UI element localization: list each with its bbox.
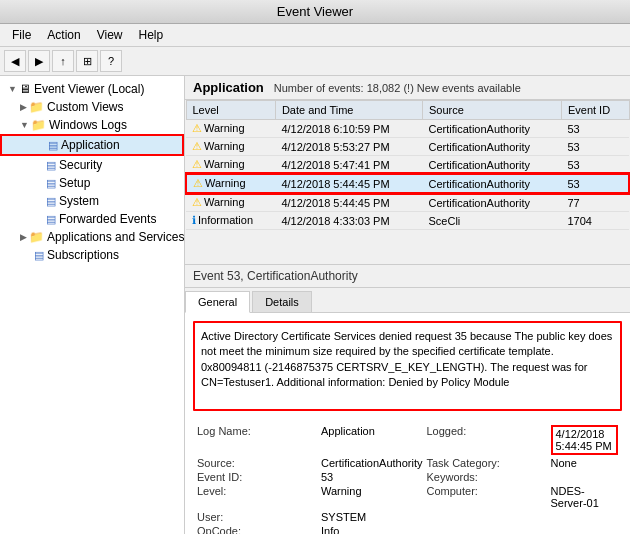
cell-source: CertificationAuthority bbox=[423, 156, 562, 175]
col-source: Source bbox=[423, 101, 562, 120]
events-table-container: Level Date and Time Source Event ID ⚠War… bbox=[185, 100, 630, 265]
meta-computer-value: NDES-Server-01 bbox=[551, 485, 619, 509]
content-header: Application Number of events: 18,082 (!)… bbox=[185, 76, 630, 100]
events-table: Level Date and Time Source Event ID ⚠War… bbox=[185, 100, 630, 230]
event-details-header: Event 53, CertificationAuthority bbox=[185, 265, 630, 288]
computer-icon: 🖥 bbox=[19, 82, 31, 96]
tab-details[interactable]: Details bbox=[252, 291, 312, 312]
cell-level: ⚠Warning bbox=[186, 156, 275, 175]
sidebar-item-event-viewer-local[interactable]: ▼ 🖥 Event Viewer (Local) bbox=[0, 80, 184, 98]
col-date: Date and Time bbox=[275, 101, 422, 120]
table-row[interactable]: ⚠Warning 4/12/2018 5:44:45 PM Certificat… bbox=[186, 174, 629, 193]
folder-icon: 📁 bbox=[29, 100, 44, 114]
meta-logged-label: Logged: bbox=[427, 425, 547, 455]
menu-bar: File Action View Help bbox=[0, 24, 630, 47]
event-meta: Log Name: Application Logged: 4/12/2018 … bbox=[185, 419, 630, 534]
cell-eventid: 77 bbox=[561, 193, 629, 212]
main-layout: ▼ 🖥 Event Viewer (Local) ▶ 📁 Custom View… bbox=[0, 76, 630, 534]
cell-date: 4/12/2018 5:44:45 PM bbox=[275, 174, 422, 193]
cell-source: CertificationAuthority bbox=[423, 193, 562, 212]
cell-level: ℹInformation bbox=[186, 212, 275, 230]
log-icon-sys: ▤ bbox=[46, 195, 56, 208]
cell-source: SceCli bbox=[423, 212, 562, 230]
meta-logname-value: Application bbox=[321, 425, 423, 455]
log-icon-setup: ▤ bbox=[46, 177, 56, 190]
toolbar-help[interactable]: ? bbox=[100, 50, 122, 72]
log-icon-fe: ▤ bbox=[46, 213, 56, 226]
menu-action[interactable]: Action bbox=[39, 26, 88, 44]
sidebar-item-forwarded-events[interactable]: ▤ Forwarded Events bbox=[0, 210, 184, 228]
menu-view[interactable]: View bbox=[89, 26, 131, 44]
meta-keywords-label: Keywords: bbox=[427, 471, 547, 483]
log-icon-sub: ▤ bbox=[34, 249, 44, 262]
folder-icon-wl: 📁 bbox=[31, 118, 46, 132]
col-level: Level bbox=[186, 101, 275, 120]
table-header-row: Level Date and Time Source Event ID bbox=[186, 101, 629, 120]
cell-source: CertificationAuthority bbox=[423, 174, 562, 193]
sidebar: ▼ 🖥 Event Viewer (Local) ▶ 📁 Custom View… bbox=[0, 76, 185, 534]
cell-date: 4/12/2018 4:33:03 PM bbox=[275, 212, 422, 230]
cell-level: ⚠Warning bbox=[186, 138, 275, 156]
toolbar-up[interactable]: ↑ bbox=[52, 50, 74, 72]
meta-computer-label: Computer: bbox=[427, 485, 547, 509]
meta-logname-label: Log Name: bbox=[197, 425, 317, 455]
cell-eventid: 53 bbox=[561, 138, 629, 156]
cell-date: 4/12/2018 6:10:59 PM bbox=[275, 120, 422, 138]
menu-help[interactable]: Help bbox=[131, 26, 172, 44]
meta-level-label: Level: bbox=[197, 485, 317, 509]
expand-icon-cv: ▶ bbox=[20, 102, 27, 112]
sidebar-item-application[interactable]: ▤ Application bbox=[0, 134, 184, 156]
cell-eventid: 53 bbox=[561, 174, 629, 193]
sidebar-item-windows-logs[interactable]: ▼ 📁 Windows Logs bbox=[0, 116, 184, 134]
toolbar-refresh[interactable]: ⊞ bbox=[76, 50, 98, 72]
content-panel: Application Number of events: 18,082 (!)… bbox=[185, 76, 630, 534]
table-row[interactable]: ⚠Warning 4/12/2018 5:53:27 PM Certificat… bbox=[186, 138, 629, 156]
meta-keywords-value bbox=[551, 471, 619, 483]
meta-taskcategory-label: Task Category: bbox=[427, 457, 547, 469]
title-bar: Event Viewer bbox=[0, 0, 630, 24]
table-row[interactable]: ⚠Warning 4/12/2018 5:44:45 PM Certificat… bbox=[186, 193, 629, 212]
meta-user-label: User: bbox=[197, 511, 317, 523]
expand-icon-as: ▶ bbox=[20, 232, 27, 242]
sidebar-item-apps-services[interactable]: ▶ 📁 Applications and Services Logs bbox=[0, 228, 184, 246]
table-row[interactable]: ⚠Warning 4/12/2018 6:10:59 PM Certificat… bbox=[186, 120, 629, 138]
cell-date: 4/12/2018 5:47:41 PM bbox=[275, 156, 422, 175]
window-title: Event Viewer bbox=[277, 4, 353, 19]
table-row[interactable]: ℹInformation 4/12/2018 4:33:03 PM SceCli… bbox=[186, 212, 629, 230]
tab-general[interactable]: General bbox=[185, 291, 250, 313]
meta-source-label: Source: bbox=[197, 457, 317, 469]
meta-taskcategory-value: None bbox=[551, 457, 619, 469]
expand-icon: ▼ bbox=[8, 84, 17, 94]
cell-level: ⚠Warning bbox=[186, 193, 275, 212]
cell-eventid: 53 bbox=[561, 120, 629, 138]
cell-level: ⚠Warning bbox=[186, 174, 275, 193]
log-icon-sec: ▤ bbox=[46, 159, 56, 172]
cell-date: 4/12/2018 5:44:45 PM bbox=[275, 193, 422, 212]
toolbar-back[interactable]: ◀ bbox=[4, 50, 26, 72]
sidebar-item-security[interactable]: ▤ Security bbox=[0, 156, 184, 174]
folder-icon-as: 📁 bbox=[29, 230, 44, 244]
sidebar-item-setup[interactable]: ▤ Setup bbox=[0, 174, 184, 192]
log-icon: ▤ bbox=[48, 139, 58, 152]
meta-level-value: Warning bbox=[321, 485, 423, 509]
meta-source-value: CertificationAuthority bbox=[321, 457, 423, 469]
content-info: Number of events: 18,082 (!) New events … bbox=[274, 82, 521, 94]
sidebar-item-custom-views[interactable]: ▶ 📁 Custom Views bbox=[0, 98, 184, 116]
meta-opcode-label: OpCode: bbox=[197, 525, 317, 534]
sidebar-item-system[interactable]: ▤ System bbox=[0, 192, 184, 210]
sidebar-item-subscriptions[interactable]: ▤ Subscriptions bbox=[0, 246, 184, 264]
tabs-container: General Details bbox=[185, 288, 630, 313]
cell-source: CertificationAuthority bbox=[423, 138, 562, 156]
cell-date: 4/12/2018 5:53:27 PM bbox=[275, 138, 422, 156]
toolbar-forward[interactable]: ▶ bbox=[28, 50, 50, 72]
cell-eventid: 53 bbox=[561, 156, 629, 175]
table-row[interactable]: ⚠Warning 4/12/2018 5:47:41 PM Certificat… bbox=[186, 156, 629, 175]
menu-file[interactable]: File bbox=[4, 26, 39, 44]
meta-eventid-label: Event ID: bbox=[197, 471, 317, 483]
cell-source: CertificationAuthority bbox=[423, 120, 562, 138]
meta-user-value: SYSTEM bbox=[321, 511, 423, 523]
expand-icon-wl: ▼ bbox=[20, 120, 29, 130]
event-details: Event 53, CertificationAuthority General… bbox=[185, 265, 630, 534]
cell-eventid: 1704 bbox=[561, 212, 629, 230]
meta-eventid-value: 53 bbox=[321, 471, 423, 483]
